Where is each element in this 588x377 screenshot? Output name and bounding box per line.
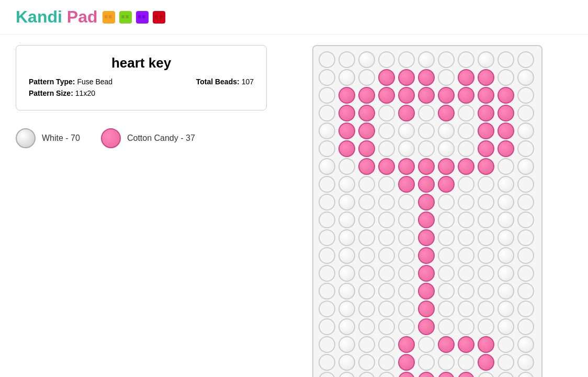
bead-cell	[418, 247, 435, 264]
bead-cell	[438, 123, 455, 139]
header: Kandi Pad	[0, 0, 588, 35]
logo-icon-group	[101, 10, 166, 25]
bead-cell	[478, 158, 494, 175]
bead-cell	[418, 176, 435, 193]
bead-cell	[458, 212, 474, 228]
bead-cell	[358, 354, 375, 371]
bead-cell	[319, 336, 335, 353]
bead-cell	[398, 354, 415, 371]
bead-cell	[418, 301, 435, 317]
bead-cell	[438, 158, 455, 175]
bead-cell	[378, 194, 395, 210]
svg-rect-11	[159, 15, 162, 18]
bead-cell	[517, 212, 534, 228]
bead-cell	[497, 105, 514, 121]
bead-cell	[358, 229, 375, 246]
bead-cell	[319, 354, 335, 371]
bead-cell	[497, 372, 514, 377]
bead-cell	[517, 158, 534, 175]
bead-cell	[517, 301, 534, 317]
bead-cell	[398, 318, 415, 335]
bead-cell	[418, 283, 435, 300]
bead-cell	[338, 247, 355, 264]
bead-cell	[358, 247, 375, 264]
bead-cell	[319, 87, 335, 104]
pattern-size-item: Pattern Size: 11x20	[29, 89, 95, 97]
bead-cell	[418, 336, 435, 353]
bead-cell	[358, 105, 375, 121]
bead-cell	[438, 336, 455, 353]
bead-cell	[458, 140, 474, 157]
pattern-card: heart key Pattern Type: Fuse Bead Total …	[16, 45, 267, 110]
bead-cell	[319, 158, 335, 175]
bead-cell	[497, 212, 514, 228]
bead-cell	[319, 229, 335, 246]
green-block-icon	[118, 10, 133, 25]
bead-cell	[378, 265, 395, 282]
bead-cell	[497, 69, 514, 86]
bead-cell	[458, 301, 474, 317]
bead-cell	[478, 87, 494, 104]
bead-cell	[458, 318, 474, 335]
bead-cell	[319, 194, 335, 210]
right-panel	[282, 45, 572, 377]
bead-cell	[497, 318, 514, 335]
bead-cell	[398, 372, 415, 377]
bead-cell	[378, 123, 395, 139]
svg-rect-7	[138, 15, 141, 18]
bead-cell	[497, 283, 514, 300]
white-swatch-circle	[16, 128, 36, 148]
bead-cell	[438, 176, 455, 193]
bead-cell	[398, 229, 415, 246]
bead-cell	[319, 212, 335, 228]
logo-space	[62, 7, 67, 26]
purple-block-icon	[135, 10, 150, 25]
bead-cell	[398, 87, 415, 104]
svg-rect-5	[126, 15, 129, 18]
bead-cell	[338, 87, 355, 104]
pattern-type-value: Fuse Bead	[77, 77, 112, 86]
bead-cell	[478, 354, 494, 371]
red-block-icon	[152, 10, 166, 25]
bead-cell	[478, 336, 494, 353]
bead-cell	[358, 140, 375, 157]
bead-cell	[517, 372, 534, 377]
bead-cell	[418, 265, 435, 282]
bead-cell	[338, 194, 355, 210]
bead-cell	[418, 194, 435, 210]
svg-rect-2	[109, 15, 112, 18]
bead-cell	[418, 158, 435, 175]
bead-cell	[319, 51, 335, 68]
bead-cell	[378, 140, 395, 157]
bead-cell	[378, 212, 395, 228]
bead-cell	[458, 247, 474, 264]
logo-kandi: Kandi	[16, 7, 62, 26]
bead-cell	[497, 123, 514, 139]
bead-cell	[378, 158, 395, 175]
bead-cell	[398, 247, 415, 264]
bead-cell	[338, 229, 355, 246]
bead-cell	[319, 176, 335, 193]
bead-cell	[338, 176, 355, 193]
bead-cell	[438, 283, 455, 300]
bead-cell	[378, 247, 395, 264]
logo-pad: Pad	[67, 7, 98, 26]
bead-cell	[478, 318, 494, 335]
bead-cell	[398, 194, 415, 210]
bead-cell	[418, 212, 435, 228]
orange-block-icon	[101, 10, 116, 25]
bead-cell	[319, 372, 335, 377]
bead-cell	[517, 69, 534, 86]
pink-swatch-circle	[101, 128, 121, 148]
bead-cell	[418, 229, 435, 246]
bead-cell	[398, 105, 415, 121]
bead-cell	[478, 69, 494, 86]
bead-cell	[378, 336, 395, 353]
pattern-meta-row1: Pattern Type: Fuse Bead Total Beads: 107	[29, 77, 254, 86]
bead-cell	[458, 229, 474, 246]
bead-cell	[358, 212, 375, 228]
bead-cell	[438, 194, 455, 210]
bead-cell	[458, 194, 474, 210]
pattern-type-item: Pattern Type: Fuse Bead	[29, 77, 112, 86]
bead-cell	[478, 194, 494, 210]
